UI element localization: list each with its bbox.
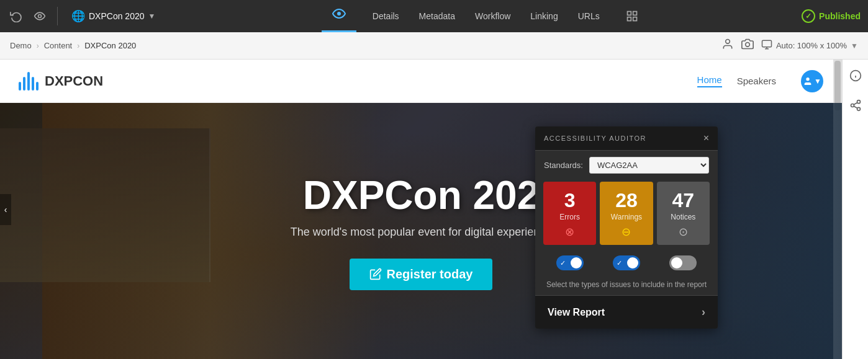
warnings-card[interactable]: 28 Warnings ⊖ (600, 182, 653, 245)
hero-content: DXPCon 202 The world's most popular even… (291, 172, 552, 290)
breadcrumb-right: Auto: 100% x 100% ▼ (721, 38, 858, 53)
svg-point-7 (746, 43, 750, 47)
site-name: DXPCon 2020 (89, 11, 145, 21)
errors-icon: ⊗ (565, 225, 574, 239)
hero-subtitle: The world's most popular event for digit… (291, 226, 552, 239)
logo-bar-3 (27, 72, 30, 91)
svg-rect-8 (762, 40, 771, 47)
person-icon[interactable] (721, 38, 734, 53)
register-icon (369, 268, 382, 280)
left-arrow-button[interactable]: ‹ (0, 194, 11, 225)
svg-point-6 (726, 40, 730, 44)
breadcrumb-sep-1: › (37, 42, 39, 50)
tab-urls[interactable]: URLs (568, 0, 610, 32)
auditor-close-button[interactable]: × (703, 133, 709, 144)
notices-toggle-cell: ✓ (655, 253, 712, 273)
accessibility-auditor-panel: ACCESSIBILITY AUDITOR × Standards: WCAG2… (535, 126, 718, 329)
auditor-title: ACCESSIBILITY AUDITOR (544, 135, 646, 142)
logo-bar-4 (32, 77, 34, 91)
tab-metadata[interactable]: Metadata (409, 0, 465, 32)
eye-icon (332, 6, 346, 25)
errors-label: Errors (559, 213, 580, 221)
warnings-icon: ⊖ (622, 225, 631, 239)
errors-toggle[interactable]: ✓ (556, 255, 584, 270)
svg-point-11 (806, 78, 809, 81)
device-chevron-icon: ▼ (851, 42, 858, 50)
breadcrumb-content[interactable]: Content (44, 41, 73, 50)
published-label: Published (819, 11, 861, 21)
camera-icon[interactable] (741, 38, 754, 53)
svg-line-18 (854, 106, 857, 108)
toolbar-nav: Details Metadata Workflow Linking URLs (363, 0, 610, 32)
breadcrumb-current: DXPCon 2020 (84, 41, 136, 50)
svg-point-15 (857, 100, 860, 104)
main-area: DXPCON Home Speakers ▼ (0, 60, 868, 359)
warnings-toggle-thumb (627, 257, 638, 268)
logo-bar-1 (19, 82, 21, 91)
auditor-hint: Select the types of issues to include in… (535, 278, 718, 295)
svg-rect-4 (627, 17, 631, 21)
site-chevron-icon: ▼ (148, 12, 156, 20)
svg-rect-2 (627, 12, 631, 16)
right-sidebar (842, 60, 868, 359)
svg-rect-3 (633, 12, 636, 16)
notices-card[interactable]: 47 Notices ⊙ (657, 182, 710, 245)
svg-line-19 (854, 102, 857, 104)
breadcrumb-sep-2: › (77, 42, 79, 50)
top-toolbar: 🌐 DXPCon 2020 ▼ Details Metadata Workflo… (0, 0, 868, 32)
history-icon[interactable] (7, 7, 25, 25)
errors-count: 3 (564, 190, 576, 210)
website-nav: DXPCON Home Speakers ▼ (0, 60, 842, 103)
preview-area: DXPCON Home Speakers ▼ (0, 60, 842, 359)
auditor-stats: 3 Errors ⊗ 28 Warnings ⊖ 47 Notices ⊙ (535, 180, 718, 253)
svg-point-17 (857, 107, 860, 110)
tab-details[interactable]: Details (363, 0, 409, 32)
mask-icon[interactable] (31, 7, 48, 25)
standards-label: Standards: (544, 161, 583, 170)
info-icon[interactable] (847, 67, 864, 84)
logo-bars (19, 72, 38, 91)
warnings-toggle-check: ✓ (617, 259, 622, 267)
register-button-label: Register today (387, 267, 473, 281)
errors-toggle-check: ✓ (560, 259, 566, 267)
page-settings-icon[interactable] (623, 7, 641, 25)
view-report-label: View Report (548, 307, 605, 318)
svg-point-16 (851, 104, 854, 107)
view-report-chevron-icon: › (702, 306, 705, 319)
website-nav-user[interactable]: ▼ (801, 70, 823, 92)
errors-toggle-thumb (571, 257, 582, 268)
site-selector[interactable]: 🌐 DXPCon 2020 ▼ (66, 7, 160, 25)
standards-select[interactable]: WCAG2AA WCAG2A WCAG2AAA Section508 (589, 157, 709, 174)
svg-point-1 (337, 12, 341, 16)
tab-linking[interactable]: Linking (520, 0, 567, 32)
warnings-toggle-cell: ✓ (598, 253, 654, 273)
notices-icon: ⊙ (679, 225, 688, 239)
device-selector[interactable]: Auto: 100% x 100% ▼ (761, 39, 858, 52)
auditor-toggles: ✓ ✓ ✓ (535, 253, 718, 278)
notices-label: Notices (671, 213, 695, 221)
register-button[interactable]: Register today (350, 259, 493, 290)
tab-workflow[interactable]: Workflow (465, 0, 520, 32)
published-badge: ✓ Published (802, 9, 861, 23)
share-icon[interactable] (847, 97, 864, 114)
view-report-button[interactable]: View Report › (535, 295, 718, 329)
divider-1 (57, 7, 58, 25)
device-icon (761, 39, 772, 52)
hero-title: DXPCon 202 (291, 172, 552, 218)
website-nav-speakers[interactable]: Speakers (737, 76, 776, 86)
logo-text: DXPCON (45, 73, 103, 89)
logo-bar-5 (36, 82, 38, 91)
preview-tab[interactable] (322, 0, 356, 32)
notices-toggle[interactable]: ✓ (669, 255, 697, 270)
svg-point-0 (38, 15, 42, 18)
warnings-toggle[interactable]: ✓ (613, 255, 640, 270)
notices-toggle-thumb (671, 257, 682, 268)
website-nav-home[interactable]: Home (697, 74, 722, 87)
logo-bar-2 (23, 77, 25, 91)
breadcrumb-demo[interactable]: Demo (10, 41, 32, 50)
breadcrumb-bar: Demo › Content › DXPCon 2020 (0, 32, 868, 60)
notices-count: 47 (672, 190, 695, 210)
errors-card[interactable]: 3 Errors ⊗ (543, 182, 596, 245)
published-icon: ✓ (802, 9, 815, 23)
svg-rect-5 (633, 17, 636, 21)
